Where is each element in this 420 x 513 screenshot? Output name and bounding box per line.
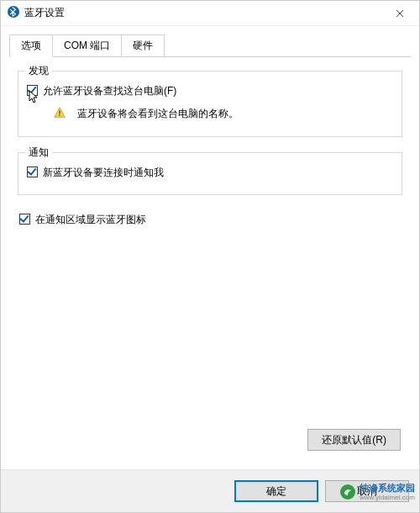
close-button[interactable] [381, 1, 419, 26]
restore-defaults-button[interactable]: 还原默认值(R) [307, 429, 401, 451]
tab-options-label: 选项 [21, 40, 41, 51]
tab-strip: 选项 COM 端口 硬件 [9, 34, 411, 57]
tab-options[interactable]: 选项 [9, 34, 53, 57]
label-allow-find: 允许蓝牙设备查找这台电脑(F) [43, 83, 176, 98]
group-discovery-title: 发现 [25, 64, 52, 78]
window-title: 蓝牙设置 [24, 6, 65, 20]
row-tray-icon: 在通知区域显示蓝牙图标 [19, 212, 402, 226]
group-notify-title: 通知 [25, 145, 52, 160]
titlebar: 蓝牙设置 [1, 1, 419, 26]
restore-defaults-label: 还原默认值(R) [322, 433, 386, 447]
row-allow-find: 允许蓝牙设备查找这台电脑(F) [27, 83, 393, 98]
checkbox-show-tray-icon[interactable] [19, 214, 30, 225]
cancel-label: 取消 [357, 484, 377, 499]
row-warn: 蓝牙设备将会看到这台电脑的名称。 [54, 106, 393, 121]
svg-rect-2 [59, 115, 60, 116]
tab-border [9, 56, 411, 57]
bluetooth-icon [8, 6, 19, 20]
tab-panel-options: 发现 允许蓝牙设备查找这台电脑(F) 蓝牙设 [9, 57, 411, 461]
dialog-button-bar: 确定 取消 [1, 469, 419, 512]
label-warn: 蓝牙设备将会看到这台电脑的名称。 [77, 106, 239, 120]
checkbox-allow-find[interactable] [27, 85, 38, 96]
group-discovery: 发现 允许蓝牙设备查找这台电脑(F) 蓝牙设 [18, 71, 402, 137]
warning-icon [54, 106, 66, 121]
restore-row: 还原默认值(R) [18, 426, 402, 452]
tab-com-label: COM 端口 [64, 40, 110, 51]
ok-label: 确定 [266, 484, 286, 499]
dialog-window: 蓝牙设置 选项 COM 端口 硬件 发现 允许蓝牙设备查找这台电脑(F) [0, 0, 420, 513]
tab-hardware-label: 硬件 [133, 40, 153, 51]
tab-hardware[interactable]: 硬件 [121, 34, 165, 57]
flex-spacer [18, 228, 402, 426]
label-notify-connect: 新蓝牙设备要连接时通知我 [43, 165, 164, 179]
row-notify: 新蓝牙设备要连接时通知我 [27, 165, 393, 179]
label-show-tray-icon: 在通知区域显示蓝牙图标 [35, 212, 146, 226]
svg-rect-1 [59, 110, 60, 114]
checkbox-notify-connect[interactable] [27, 167, 38, 177]
titlebar-left: 蓝牙设置 [8, 6, 65, 20]
close-icon [396, 7, 404, 20]
cancel-button[interactable]: 取消 [325, 480, 409, 502]
group-notify: 通知 新蓝牙设备要连接时通知我 [18, 152, 402, 195]
tab-com-ports[interactable]: COM 端口 [52, 34, 122, 57]
ok-button[interactable]: 确定 [234, 480, 318, 502]
